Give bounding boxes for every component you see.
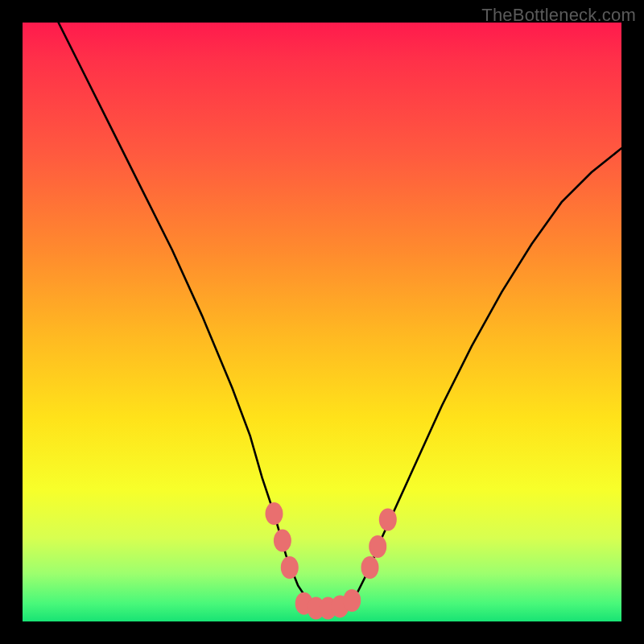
marker-left-upper (266, 502, 283, 525)
plot-area (23, 23, 621, 621)
marker-trough-2 (308, 597, 325, 620)
marker-left-lower (281, 556, 299, 579)
marker-right-lower (361, 556, 379, 579)
marker-trough-4 (331, 595, 349, 617)
marker-trough-3 (319, 597, 336, 620)
curve-layer (23, 23, 621, 621)
marker-right-upper (379, 509, 397, 531)
marker-left-mid (274, 530, 291, 552)
marker-trough-1 (295, 592, 313, 615)
marker-group (266, 502, 397, 620)
marker-right-mid (369, 535, 386, 558)
bottleneck-curve-path (59, 23, 621, 609)
chart-frame: TheBottleneck.com (0, 0, 644, 644)
marker-trough-5 (343, 589, 361, 612)
